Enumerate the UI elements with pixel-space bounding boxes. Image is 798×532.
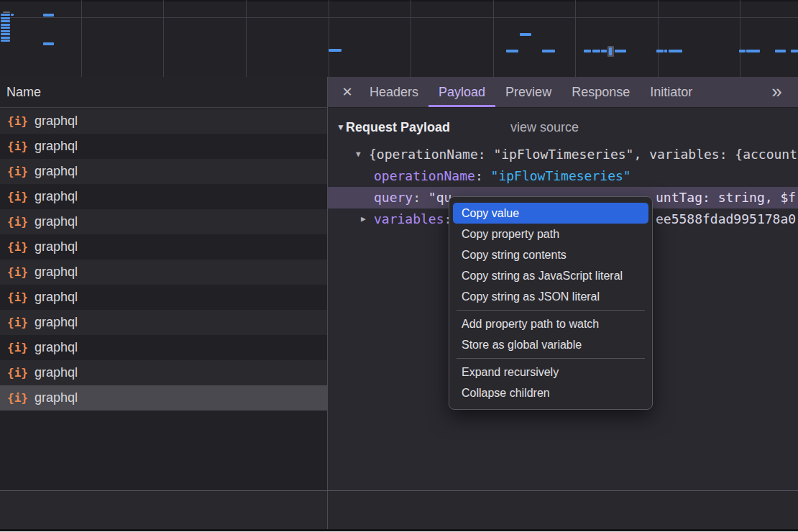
overview-gridline <box>575 0 576 77</box>
request-payload-section-header: ▼ Request Payload view source <box>328 115 798 139</box>
property-key: query <box>374 190 413 205</box>
overview-request-bar <box>584 50 591 52</box>
overview-top-edge <box>0 0 798 1</box>
menu-item-add-property-path-to-watch[interactable]: Add property path to watch <box>453 313 648 334</box>
property-key: operationName <box>374 168 475 183</box>
request-name: graphql <box>35 239 78 254</box>
request-row[interactable]: {i}graphql <box>0 260 327 285</box>
request-name: graphql <box>35 265 78 280</box>
overview-gridline <box>0 17 798 18</box>
request-name: graphql <box>35 114 78 129</box>
request-name: graphql <box>35 390 78 405</box>
menu-item-copy-string-as-json-literal[interactable]: Copy string as JSON literal <box>453 286 648 307</box>
json-braces-icon: {i} <box>7 240 28 254</box>
menu-item-store-as-global-variable[interactable]: Store as global variable <box>453 334 648 355</box>
panel-divider-vertical[interactable] <box>327 77 328 529</box>
payload-operationname-row[interactable]: operationName: "ipFlowTimeseries" <box>328 165 798 187</box>
tab-payload[interactable]: Payload <box>428 77 495 107</box>
context-menu: Copy valueCopy property pathCopy string … <box>449 196 653 410</box>
overview-request-bar <box>1 33 10 35</box>
network-overview[interactable] <box>0 0 798 77</box>
json-braces-icon: {i} <box>7 316 28 329</box>
menu-item-copy-property-path[interactable]: Copy property path <box>453 224 648 244</box>
request-row[interactable]: {i}graphql <box>0 285 327 310</box>
overview-request-bar <box>775 50 786 52</box>
overview-request-bar <box>542 50 555 52</box>
chevron-right-icon[interactable]: ▶ <box>361 208 366 230</box>
property-value: "ipFlowTimeseries" <box>491 168 631 183</box>
json-braces-icon: {i} <box>7 165 28 178</box>
bottom-empty-area <box>0 491 798 529</box>
overview-request-bar <box>609 47 612 55</box>
request-rows: {i}graphql{i}graphql{i}graphql{i}graphql… <box>0 109 327 411</box>
overview-gridline <box>329 0 329 77</box>
overview-request-bar <box>1 17 10 19</box>
overview-request-bar <box>1 20 10 22</box>
request-name: graphql <box>35 290 78 305</box>
colon: : <box>413 190 421 205</box>
payload-root-row[interactable]: ▼ {operationName: "ipFlowTimeseries", va… <box>328 144 798 165</box>
overview-request-bar <box>1 40 10 42</box>
section-title: Request Payload <box>346 115 450 139</box>
overview-request-bar <box>11 14 14 16</box>
close-icon[interactable]: ✕ <box>335 77 359 107</box>
overview-request-bar <box>739 50 746 52</box>
request-list-panel: Name {i}graphql{i}graphql{i}graphql{i}gr… <box>0 77 327 529</box>
menu-item-copy-string-as-javascript-literal[interactable]: Copy string as JavaScript literal <box>453 265 648 286</box>
overview-request-bar <box>791 50 798 52</box>
overview-gridline <box>658 0 659 77</box>
overview-gridline <box>246 0 247 77</box>
request-row[interactable]: {i}graphql <box>0 184 327 209</box>
overview-request-bar <box>601 50 607 52</box>
view-source-link[interactable]: view source <box>510 115 579 139</box>
overview-request-bar <box>329 49 341 52</box>
menu-item-collapse-children[interactable]: Collapse children <box>453 382 648 403</box>
request-row[interactable]: {i}graphql <box>0 159 327 184</box>
menu-separator <box>457 358 645 359</box>
overview-request-bar <box>1 37 10 39</box>
overview-gridline <box>493 0 494 77</box>
overview-gridline <box>411 0 411 77</box>
detail-tabbar: ✕ HeadersPayloadPreviewResponseInitiator… <box>328 77 798 108</box>
payload-root-preview: {operationName: "ipFlowTimeseries", vari… <box>369 144 797 165</box>
request-row[interactable]: {i}graphql <box>0 310 327 335</box>
request-name: graphql <box>35 214 78 229</box>
colon: : <box>475 168 483 183</box>
json-braces-icon: {i} <box>7 265 28 279</box>
tab-headers[interactable]: Headers <box>359 77 428 107</box>
overview-request-bar <box>43 42 54 45</box>
chevron-down-icon[interactable]: ▼ <box>356 144 361 165</box>
request-row[interactable]: {i}graphql <box>0 134 327 159</box>
menu-item-copy-string-contents[interactable]: Copy string contents <box>453 244 648 265</box>
name-column-header[interactable]: Name <box>0 77 327 108</box>
tab-response[interactable]: Response <box>561 77 640 107</box>
section-collapse-icon[interactable]: ▼ <box>336 115 345 139</box>
request-name: graphql <box>35 340 78 355</box>
property-value-right: ee5588fdad995178a0 <box>656 208 796 230</box>
property-value-right: untTag: string, $f <box>656 187 796 208</box>
json-braces-icon: {i} <box>7 215 28 229</box>
request-row[interactable]: {i}graphql <box>0 209 327 234</box>
json-braces-icon: {i} <box>7 366 28 380</box>
panel-divider-horizontal[interactable] <box>0 490 798 491</box>
menu-item-copy-value[interactable]: Copy value <box>453 203 648 224</box>
more-tabs-icon[interactable]: » <box>771 77 781 107</box>
overview-request-bar <box>1 30 10 32</box>
overview-request-bar <box>656 50 664 52</box>
request-row[interactable]: {i}graphql <box>0 109 327 134</box>
overview-gridline <box>740 0 740 77</box>
request-row[interactable]: {i}graphql <box>0 234 327 260</box>
menu-item-expand-recursively[interactable]: Expand recursively <box>453 362 648 382</box>
json-braces-icon: {i} <box>7 341 28 354</box>
overview-request-bar <box>1 27 10 29</box>
tab-preview[interactable]: Preview <box>495 77 561 107</box>
overview-request-bar <box>615 50 626 52</box>
request-row[interactable]: {i}graphql <box>0 335 327 360</box>
request-row[interactable]: {i}graphql <box>0 360 327 385</box>
request-name: graphql <box>35 315 78 330</box>
request-row[interactable]: {i}graphql <box>0 385 327 411</box>
devtools-network-panel: Name {i}graphql{i}graphql{i}graphql{i}gr… <box>0 0 798 532</box>
overview-request-bar <box>506 50 518 52</box>
tab-initiator[interactable]: Initiator <box>640 77 702 107</box>
overview-request-bar <box>592 50 600 52</box>
